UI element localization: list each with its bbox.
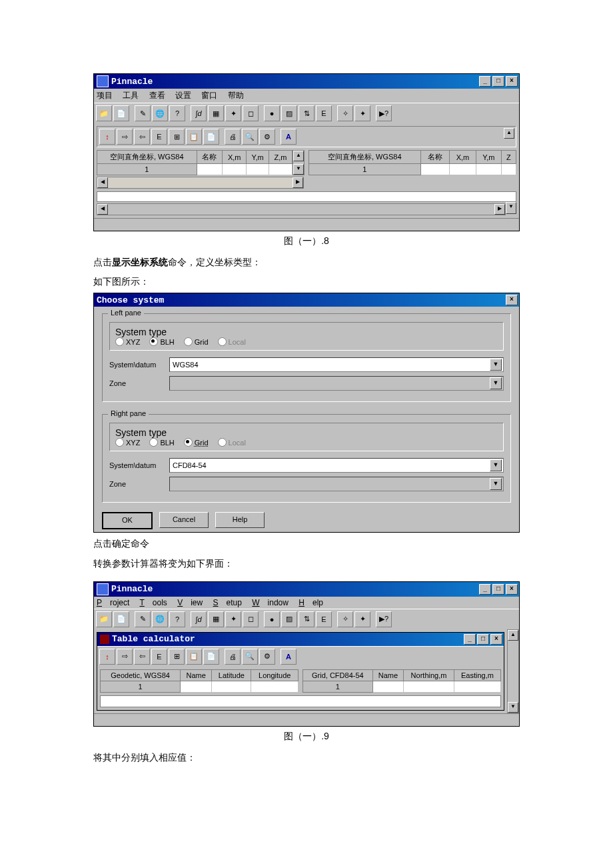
col-header[interactable]: Z,m xyxy=(269,151,293,164)
tool-icon[interactable]: ✦ xyxy=(354,105,370,121)
minimize-button[interactable]: _ xyxy=(479,584,491,595)
col-header[interactable]: Name xyxy=(372,669,403,681)
cell[interactable] xyxy=(476,164,501,175)
minimize-button[interactable]: _ xyxy=(479,76,491,87)
cell[interactable] xyxy=(212,681,251,692)
tool-icon[interactable]: ⇦ xyxy=(134,129,150,145)
cell[interactable] xyxy=(420,164,449,175)
menu-tools[interactable]: 工具 xyxy=(123,91,139,100)
tool-icon[interactable]: ⇅ xyxy=(299,105,314,121)
print-icon[interactable]: 🖨 xyxy=(225,129,241,145)
scroll-down-button[interactable]: ▼ xyxy=(506,202,516,214)
tool-icon[interactable]: E xyxy=(151,649,167,665)
tool-icon[interactable]: ↕ xyxy=(99,649,115,665)
tool-icon[interactable]: E xyxy=(316,611,332,627)
col-header[interactable]: 空间直角坐标, WGS84 xyxy=(97,151,197,164)
menu-window[interactable]: 窗口 xyxy=(201,91,217,100)
tool-icon[interactable]: ⇅ xyxy=(299,611,314,627)
close-button[interactable]: × xyxy=(506,295,518,305)
tool-icon[interactable]: ⊞ xyxy=(169,649,185,665)
radio-xyz[interactable]: XYZ xyxy=(115,438,140,447)
col-header[interactable]: Grid, CFD84-54 xyxy=(303,669,373,681)
tool-icon[interactable]: ✧ xyxy=(337,105,353,121)
font-icon[interactable]: A xyxy=(281,649,297,665)
vscroll[interactable]: ▲▼ xyxy=(293,150,305,175)
datum-combo[interactable]: WGS84▼ xyxy=(169,357,504,372)
cell[interactable] xyxy=(501,164,516,175)
pane-hscroll[interactable]: ◀▶ xyxy=(97,177,304,189)
radio-blh[interactable]: BLH xyxy=(149,438,174,447)
tool-icon[interactable]: ∫d xyxy=(191,105,207,121)
tool-icon[interactable]: 🌐 xyxy=(152,105,168,121)
cell[interactable] xyxy=(372,681,403,692)
tool-icon[interactable]: ✦ xyxy=(225,611,241,627)
col-header[interactable]: X,m xyxy=(449,151,476,164)
tool-icon[interactable]: ✧ xyxy=(337,611,353,627)
tool-icon[interactable]: ✦ xyxy=(225,105,241,121)
menu-project[interactable]: Project xyxy=(97,598,129,607)
tool-icon[interactable]: ⚙ xyxy=(259,649,275,665)
scroll-up-button[interactable]: ▲ xyxy=(504,128,514,139)
tool-icon[interactable]: ✦ xyxy=(354,611,370,627)
cancel-button[interactable]: Cancel xyxy=(159,512,209,528)
menu-tools[interactable]: Tools xyxy=(139,598,167,607)
maximize-button[interactable]: □ xyxy=(477,634,489,645)
font-icon[interactable]: A xyxy=(281,129,297,145)
tool-icon[interactable]: ▨ xyxy=(281,105,297,121)
copy-icon[interactable]: 📋 xyxy=(186,649,202,665)
titlebar[interactable]: Pinnacle _ □ × xyxy=(94,582,519,597)
cell[interactable] xyxy=(197,164,223,175)
tool-icon[interactable]: ? xyxy=(169,105,185,121)
col-header[interactable]: Latitude xyxy=(212,669,251,681)
tool-icon[interactable]: ⇨ xyxy=(117,129,133,145)
paste-icon[interactable]: 📄 xyxy=(203,649,219,665)
close-button[interactable]: × xyxy=(490,634,502,645)
copy-icon[interactable]: 📋 xyxy=(186,129,202,145)
col-header[interactable]: Y,m xyxy=(247,151,269,164)
col-header[interactable]: 名称 xyxy=(420,151,449,164)
col-header[interactable]: Z xyxy=(501,151,516,164)
tool-icon[interactable]: ● xyxy=(264,105,280,121)
preview-icon[interactable]: 🔍 xyxy=(242,129,258,145)
cell[interactable] xyxy=(269,164,293,175)
tool-icon[interactable]: 📄 xyxy=(113,611,129,627)
menu-view[interactable]: View xyxy=(177,598,203,607)
cell[interactable] xyxy=(454,681,500,692)
help-icon[interactable]: ▶? xyxy=(376,611,392,627)
menu-view[interactable]: 查看 xyxy=(149,91,165,100)
tool-icon[interactable]: ◻ xyxy=(243,105,259,121)
tool-icon[interactable]: ◻ xyxy=(243,611,259,627)
col-header[interactable]: Y,m xyxy=(476,151,501,164)
col-header[interactable]: Geodetic, WGS84 xyxy=(101,669,181,681)
paste-icon[interactable]: 📄 xyxy=(203,129,219,145)
col-header[interactable]: Easting,m xyxy=(454,669,500,681)
cell[interactable] xyxy=(247,164,269,175)
child-titlebar[interactable]: Table calculator _ □ × xyxy=(97,633,504,646)
cell[interactable] xyxy=(223,164,247,175)
menu-setup[interactable]: Setup xyxy=(213,598,242,607)
menu-setup[interactable]: 设置 xyxy=(175,91,191,100)
preview-icon[interactable]: 🔍 xyxy=(242,649,258,665)
datum-combo[interactable]: CFD84-54▼ xyxy=(169,458,504,473)
tool-icon[interactable]: ? xyxy=(169,611,185,627)
cell[interactable] xyxy=(251,681,299,692)
col-header[interactable]: 名称 xyxy=(197,151,223,164)
ok-button[interactable]: OK xyxy=(102,512,153,529)
help-icon[interactable]: ▶? xyxy=(376,105,392,121)
tool-icon[interactable]: ▦ xyxy=(208,105,224,121)
col-header[interactable]: Northing,m xyxy=(404,669,454,681)
tool-icon[interactable]: ⇨ xyxy=(117,649,133,665)
tool-icon[interactable]: ⇦ xyxy=(134,649,150,665)
menu-help[interactable]: Help xyxy=(299,598,323,607)
radio-blh[interactable]: BLH xyxy=(149,337,174,346)
radio-xyz[interactable]: XYZ xyxy=(115,337,140,346)
close-button[interactable]: × xyxy=(506,584,518,595)
menu-project[interactable]: 项目 xyxy=(97,91,113,100)
close-button[interactable]: × xyxy=(506,76,518,87)
tool-icon[interactable]: ⚙ xyxy=(259,129,275,145)
print-icon[interactable]: 🖨 xyxy=(225,649,241,665)
tool-icon[interactable]: ▨ xyxy=(281,611,297,627)
tool-icon[interactable]: 📁 xyxy=(96,105,112,121)
tool-icon[interactable]: 📄 xyxy=(113,105,129,121)
tool-icon[interactable]: ▦ xyxy=(208,611,224,627)
